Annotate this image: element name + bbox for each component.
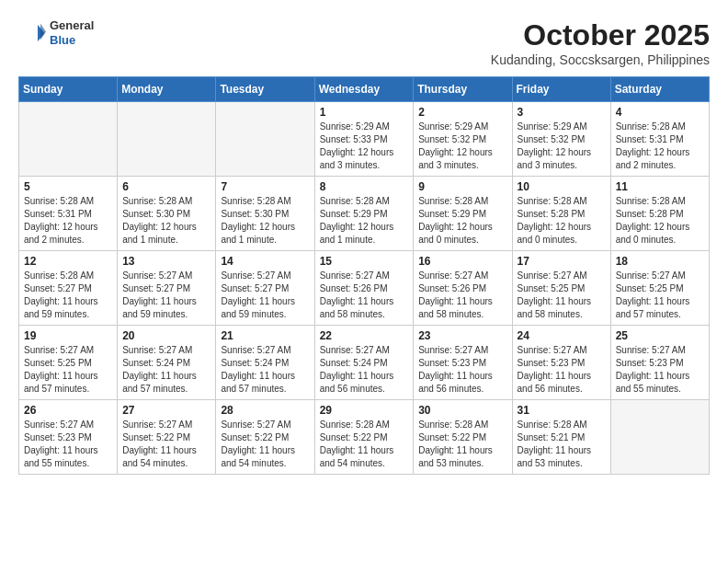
calendar-cell: 14Sunrise: 5:27 AM Sunset: 5:27 PM Dayli…: [216, 251, 314, 326]
calendar-cell: 8Sunrise: 5:28 AM Sunset: 5:29 PM Daylig…: [314, 177, 414, 251]
calendar-cell: 7Sunrise: 5:28 AM Sunset: 5:30 PM Daylig…: [216, 177, 314, 251]
day-number: 30: [418, 404, 506, 417]
calendar-cell: 5Sunrise: 5:28 AM Sunset: 5:31 PM Daylig…: [19, 177, 118, 251]
day-number: 20: [122, 329, 210, 342]
calendar-cell: 26Sunrise: 5:27 AM Sunset: 5:23 PM Dayli…: [19, 400, 118, 475]
svg-marker-1: [40, 23, 46, 40]
day-info: Sunrise: 5:28 AM Sunset: 5:29 PM Dayligh…: [320, 195, 409, 247]
day-number: 26: [24, 404, 112, 417]
day-info: Sunrise: 5:28 AM Sunset: 5:22 PM Dayligh…: [418, 419, 506, 470]
day-info: Sunrise: 5:28 AM Sunset: 5:22 PM Dayligh…: [320, 419, 409, 470]
day-info: Sunrise: 5:28 AM Sunset: 5:31 PM Dayligh…: [616, 121, 704, 172]
day-number: 22: [320, 329, 409, 342]
day-info: Sunrise: 5:27 AM Sunset: 5:24 PM Dayligh…: [320, 344, 409, 396]
calendar-week-row: 26Sunrise: 5:27 AM Sunset: 5:23 PM Dayli…: [19, 400, 710, 475]
page-header: General Blue October 2025 Kudanding, Soc…: [18, 18, 710, 67]
weekday-header: Monday: [118, 77, 216, 102]
day-info: Sunrise: 5:27 AM Sunset: 5:23 PM Dayligh…: [418, 344, 506, 396]
calendar-cell: 27Sunrise: 5:27 AM Sunset: 5:22 PM Dayli…: [118, 400, 216, 475]
logo-text: General Blue: [50, 18, 94, 47]
day-number: 24: [518, 329, 606, 342]
calendar-cell: 16Sunrise: 5:27 AM Sunset: 5:26 PM Dayli…: [414, 251, 512, 326]
weekday-header: Friday: [512, 77, 610, 102]
day-info: Sunrise: 5:27 AM Sunset: 5:25 PM Dayligh…: [616, 270, 704, 321]
day-number: 1: [320, 106, 409, 119]
day-number: 16: [418, 255, 506, 268]
calendar-cell: [610, 400, 709, 475]
calendar-cell: 25Sunrise: 5:27 AM Sunset: 5:23 PM Dayli…: [610, 326, 709, 400]
calendar-cell: 12Sunrise: 5:28 AM Sunset: 5:27 PM Dayli…: [19, 251, 118, 326]
day-number: 31: [518, 404, 606, 417]
logo-icon: [18, 19, 46, 47]
day-info: Sunrise: 5:27 AM Sunset: 5:26 PM Dayligh…: [320, 270, 409, 321]
day-number: 18: [616, 255, 704, 268]
day-number: 29: [320, 404, 409, 417]
day-number: 9: [418, 180, 506, 193]
weekday-header: Sunday: [19, 77, 118, 102]
weekday-header: Tuesday: [216, 77, 314, 102]
day-info: Sunrise: 5:28 AM Sunset: 5:29 PM Dayligh…: [418, 195, 506, 247]
day-number: 21: [221, 329, 309, 342]
day-info: Sunrise: 5:27 AM Sunset: 5:25 PM Dayligh…: [24, 344, 112, 396]
day-number: 11: [616, 180, 704, 193]
day-info: Sunrise: 5:27 AM Sunset: 5:25 PM Dayligh…: [518, 270, 606, 321]
day-number: 5: [24, 180, 112, 193]
day-info: Sunrise: 5:27 AM Sunset: 5:22 PM Dayligh…: [221, 419, 309, 470]
calendar-table: SundayMondayTuesdayWednesdayThursdayFrid…: [18, 76, 710, 475]
calendar-header-row: SundayMondayTuesdayWednesdayThursdayFrid…: [19, 77, 710, 102]
month-title: October 2025: [491, 18, 710, 52]
calendar-cell: 17Sunrise: 5:27 AM Sunset: 5:25 PM Dayli…: [512, 251, 610, 326]
day-info: Sunrise: 5:27 AM Sunset: 5:26 PM Dayligh…: [418, 270, 506, 321]
calendar-cell: 30Sunrise: 5:28 AM Sunset: 5:22 PM Dayli…: [414, 400, 512, 475]
calendar-cell: 6Sunrise: 5:28 AM Sunset: 5:30 PM Daylig…: [118, 177, 216, 251]
day-info: Sunrise: 5:28 AM Sunset: 5:31 PM Dayligh…: [24, 195, 112, 247]
day-info: Sunrise: 5:27 AM Sunset: 5:27 PM Dayligh…: [122, 270, 210, 321]
calendar-cell: 10Sunrise: 5:28 AM Sunset: 5:28 PM Dayli…: [512, 177, 610, 251]
calendar-cell: 18Sunrise: 5:27 AM Sunset: 5:25 PM Dayli…: [610, 251, 709, 326]
weekday-header: Saturday: [610, 77, 709, 102]
logo-blue: Blue: [50, 33, 94, 48]
calendar-cell: 24Sunrise: 5:27 AM Sunset: 5:23 PM Dayli…: [512, 326, 610, 400]
calendar-cell: 19Sunrise: 5:27 AM Sunset: 5:25 PM Dayli…: [19, 326, 118, 400]
day-number: 12: [24, 255, 112, 268]
calendar-cell: 20Sunrise: 5:27 AM Sunset: 5:24 PM Dayli…: [118, 326, 216, 400]
day-info: Sunrise: 5:27 AM Sunset: 5:24 PM Dayligh…: [221, 344, 309, 396]
day-info: Sunrise: 5:28 AM Sunset: 5:28 PM Dayligh…: [616, 195, 704, 247]
day-info: Sunrise: 5:29 AM Sunset: 5:33 PM Dayligh…: [320, 121, 409, 172]
calendar-cell: 4Sunrise: 5:28 AM Sunset: 5:31 PM Daylig…: [610, 102, 709, 177]
day-info: Sunrise: 5:28 AM Sunset: 5:27 PM Dayligh…: [24, 270, 112, 321]
calendar-cell: 29Sunrise: 5:28 AM Sunset: 5:22 PM Dayli…: [314, 400, 414, 475]
day-number: 28: [221, 404, 309, 417]
day-number: 4: [616, 106, 704, 119]
calendar-cell: 9Sunrise: 5:28 AM Sunset: 5:29 PM Daylig…: [414, 177, 512, 251]
day-info: Sunrise: 5:28 AM Sunset: 5:30 PM Dayligh…: [122, 195, 210, 247]
day-number: 19: [24, 329, 112, 342]
location: Kudanding, Soccsksargen, Philippines: [491, 52, 710, 67]
weekday-header: Wednesday: [314, 77, 414, 102]
calendar-cell: [216, 102, 314, 177]
calendar-cell: 13Sunrise: 5:27 AM Sunset: 5:27 PM Dayli…: [118, 251, 216, 326]
day-info: Sunrise: 5:27 AM Sunset: 5:27 PM Dayligh…: [221, 270, 309, 321]
day-info: Sunrise: 5:29 AM Sunset: 5:32 PM Dayligh…: [418, 121, 506, 172]
calendar-cell: 15Sunrise: 5:27 AM Sunset: 5:26 PM Dayli…: [314, 251, 414, 326]
calendar-cell: 3Sunrise: 5:29 AM Sunset: 5:32 PM Daylig…: [512, 102, 610, 177]
day-info: Sunrise: 5:28 AM Sunset: 5:21 PM Dayligh…: [518, 419, 606, 470]
day-info: Sunrise: 5:28 AM Sunset: 5:30 PM Dayligh…: [221, 195, 309, 247]
day-info: Sunrise: 5:27 AM Sunset: 5:22 PM Dayligh…: [122, 419, 210, 470]
title-block: October 2025 Kudanding, Soccsksargen, Ph…: [491, 18, 710, 67]
logo: General Blue: [18, 18, 94, 47]
calendar-cell: 11Sunrise: 5:28 AM Sunset: 5:28 PM Dayli…: [610, 177, 709, 251]
day-number: 17: [518, 255, 606, 268]
calendar-cell: [19, 102, 118, 177]
calendar-cell: [118, 102, 216, 177]
calendar-cell: 2Sunrise: 5:29 AM Sunset: 5:32 PM Daylig…: [414, 102, 512, 177]
day-info: Sunrise: 5:27 AM Sunset: 5:23 PM Dayligh…: [616, 344, 704, 396]
day-info: Sunrise: 5:29 AM Sunset: 5:32 PM Dayligh…: [518, 121, 606, 172]
day-number: 25: [616, 329, 704, 342]
calendar-cell: 22Sunrise: 5:27 AM Sunset: 5:24 PM Dayli…: [314, 326, 414, 400]
day-number: 3: [518, 106, 606, 119]
day-number: 10: [518, 180, 606, 193]
calendar-cell: 1Sunrise: 5:29 AM Sunset: 5:33 PM Daylig…: [314, 102, 414, 177]
calendar-week-row: 1Sunrise: 5:29 AM Sunset: 5:33 PM Daylig…: [19, 102, 710, 177]
day-info: Sunrise: 5:28 AM Sunset: 5:28 PM Dayligh…: [518, 195, 606, 247]
